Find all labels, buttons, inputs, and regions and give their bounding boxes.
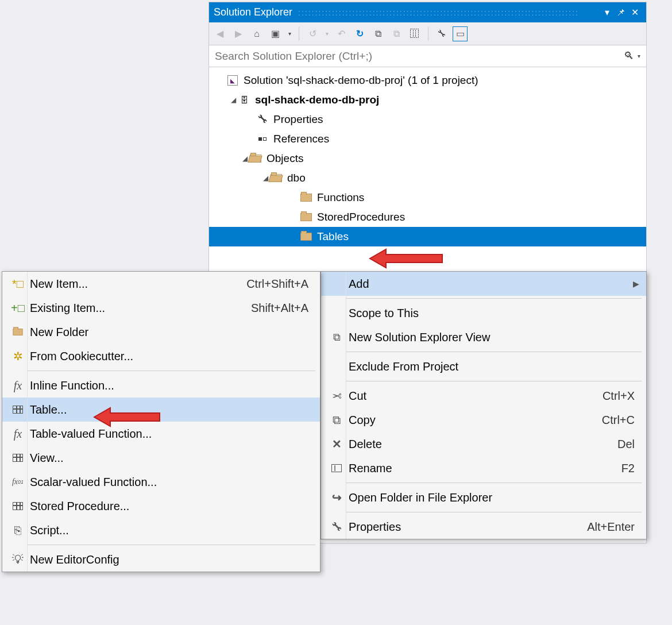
menu-separator <box>346 483 642 483</box>
panel-title: Solution Explorer <box>214 6 292 18</box>
rename-shortcut: F2 <box>621 462 635 475</box>
properties-label: Properties <box>273 113 323 126</box>
menu-existing-item[interactable]: +□ Existing Item... Shift+Alt+A <box>2 296 320 320</box>
functions-label: Functions <box>317 191 364 204</box>
new-item-icon: *□ <box>9 277 26 291</box>
menu-new-item[interactable]: *□ New Item... Ctrl+Shift+A <box>2 272 320 296</box>
switch-view-icon[interactable]: ▣ <box>268 26 283 41</box>
menu-separator <box>28 545 315 545</box>
menu-properties[interactable]: 🔧︎ Properties Alt+Enter <box>321 515 646 539</box>
rename-label: Rename <box>349 462 621 475</box>
folder-open-icon <box>270 172 283 184</box>
dropdown-icon[interactable]: ▾ <box>600 7 614 18</box>
menu-separator <box>346 381 642 381</box>
wrench-icon: 🔧︎ <box>328 520 345 534</box>
menu-scope[interactable]: Scope to This <box>321 301 646 325</box>
tables-label: Tables <box>317 230 349 243</box>
menu-separator <box>346 298 642 299</box>
search-input[interactable] <box>215 50 620 63</box>
tree-functions[interactable]: Functions <box>209 188 646 207</box>
menu-add[interactable]: Add ▶ <box>321 272 646 296</box>
history-dropdown-icon[interactable]: ▾ <box>323 26 330 41</box>
folder-icon <box>300 191 312 204</box>
cut-label: Cut <box>349 389 603 403</box>
menu-separator <box>28 371 315 371</box>
folder-icon <box>300 211 312 223</box>
menu-view[interactable]: View... <box>2 446 320 470</box>
menu-exclude[interactable]: Exclude From Project <box>321 354 646 379</box>
menu-stored-procedure[interactable]: Stored Procedure... <box>2 494 320 518</box>
switch-dropdown-icon[interactable]: ▾ <box>286 26 293 41</box>
newitem-shortcut: Ctrl+Shift+A <box>246 277 308 291</box>
back-icon[interactable]: ◀ <box>213 26 227 41</box>
tree-solution[interactable]: ▶ Solution 'sql-shack-demo-db-proj' (1 o… <box>209 71 646 90</box>
menu-new-folder[interactable]: New Folder <box>2 320 320 344</box>
home-icon[interactable]: ⌂ <box>249 26 264 41</box>
collapse-icon[interactable]: ⧉ <box>370 26 385 41</box>
existing-shortcut: Shift+Alt+A <box>251 302 308 315</box>
solution-tree: ▶ Solution 'sql-shack-demo-db-proj' (1 o… <box>209 67 646 250</box>
properties-shortcut: Alt+Enter <box>587 520 635 534</box>
scope-label: Scope to This <box>349 307 639 320</box>
menu-copy[interactable]: Copy Ctrl+C <box>321 408 646 432</box>
sp-label: Stored Procedure... <box>30 500 313 513</box>
titlebar[interactable]: Solution Explorer ::::::::::::::::::::::… <box>209 2 646 22</box>
menu-separator <box>346 352 642 352</box>
menu-open-folder[interactable]: ↪ Open Folder in File Explorer <box>321 485 646 510</box>
fx-icon: fx01 <box>9 477 26 487</box>
tree-storedprocedures[interactable]: StoredProcedures <box>209 207 646 227</box>
context-menu-main: Add ▶ Scope to This New Solution Explore… <box>320 271 647 539</box>
toolbar: ◀ ▶ ⌂ ▣ ▾ ↺ ▾ ↶ ↻ ⧉ ⧉ ⿲ 🔧︎ ▭ <box>209 22 646 45</box>
tree-dbo[interactable]: ◢ dbo <box>209 168 646 188</box>
cookiecutter-icon: ✲ <box>9 349 26 363</box>
inlinefn-label: Inline Function... <box>30 379 313 392</box>
menu-scalar-valued-function[interactable]: fx01 Scalar-valued Function... <box>2 470 320 494</box>
editorconfig-label: New EditorConfig <box>30 553 313 566</box>
annotation-arrow-tables <box>369 248 449 273</box>
search-box[interactable]: 🔍︎ ▾ <box>209 45 646 67</box>
script-label: Script... <box>30 524 313 537</box>
refresh-icon[interactable]: ↻ <box>352 26 367 41</box>
tree-objects[interactable]: ◢ Objects <box>209 149 646 168</box>
search-icon[interactable]: 🔍︎ <box>624 50 634 62</box>
menu-cut[interactable]: Cut Ctrl+X <box>321 384 646 408</box>
properties-icon[interactable]: 🔧︎ <box>434 26 449 41</box>
tree-project[interactable]: ◢ sql-shack-demo-db-proj <box>209 90 646 110</box>
cookie-label: From Cookiecutter... <box>30 350 313 363</box>
menu-rename[interactable]: Rename F2 <box>321 456 646 480</box>
menu-inline-function[interactable]: fx Inline Function... <box>2 373 320 398</box>
dbo-label: dbo <box>287 172 306 184</box>
forward-icon[interactable]: ▶ <box>231 26 246 41</box>
close-icon[interactable]: ✕ <box>628 7 642 18</box>
view-icon <box>9 454 26 462</box>
tree-properties[interactable]: 🔧︎ Properties <box>209 110 646 129</box>
preview-icon[interactable]: ⿲ <box>407 26 422 41</box>
copy-icon <box>328 414 345 427</box>
menu-new-editorconfig[interactable]: 💡︎ New EditorConfig <box>2 547 320 572</box>
search-dropdown-icon[interactable]: ▾ <box>638 53 640 59</box>
copy-shortcut: Ctrl+C <box>602 414 635 427</box>
show-all-icon[interactable]: ⧉ <box>389 26 404 41</box>
history-icon[interactable]: ↺ <box>305 26 320 41</box>
menu-script[interactable]: ⎘ Script... <box>2 518 320 542</box>
folder-open-icon <box>249 152 262 165</box>
svg-marker-0 <box>370 249 442 268</box>
db-project-icon <box>238 94 250 106</box>
script-icon: ⎘ <box>9 524 26 537</box>
menu-cookiecutter[interactable]: ✲ From Cookiecutter... <box>2 344 320 368</box>
menu-separator <box>346 512 642 512</box>
project-label: sql-shack-demo-db-proj <box>255 94 379 106</box>
wrench-icon: 🔧︎ <box>256 113 269 126</box>
tree-references[interactable]: References <box>209 129 646 149</box>
undo-icon[interactable]: ↶ <box>334 26 349 41</box>
submenu-arrow-icon: ▶ <box>633 279 639 288</box>
menu-new-solution-explorer-view[interactable]: New Solution Explorer View <box>321 325 646 349</box>
tree-tables[interactable]: Tables <box>209 227 646 246</box>
preview-selected-icon[interactable]: ▭ <box>453 26 468 41</box>
pin-icon[interactable]: 📌︎ <box>614 7 628 18</box>
newitem-label: New Item... <box>30 277 246 291</box>
menu-delete[interactable]: ✕ Delete Del <box>321 432 646 456</box>
new-folder-icon <box>9 328 26 336</box>
references-label: References <box>273 133 329 145</box>
cut-shortcut: Ctrl+X <box>603 389 635 403</box>
